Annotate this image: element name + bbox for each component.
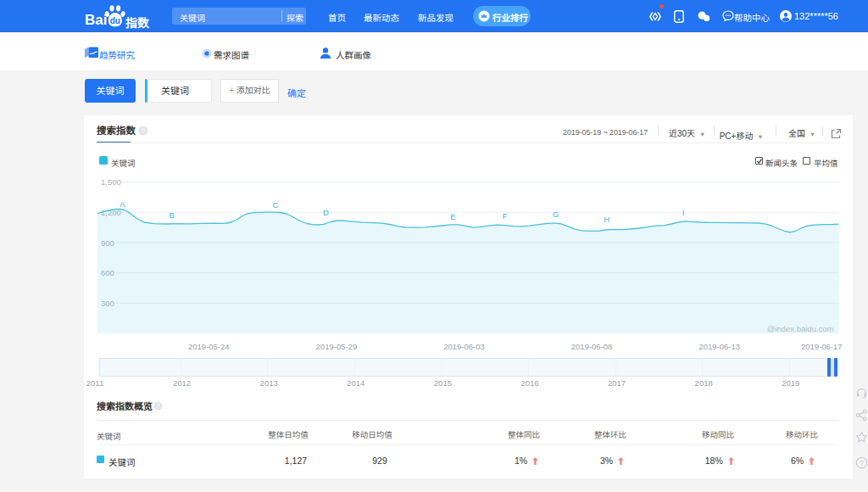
svg-text:E: E bbox=[450, 212, 455, 221]
svg-text:I: I bbox=[682, 208, 685, 217]
svg-text:F: F bbox=[503, 211, 508, 221]
svg-text:du: du bbox=[110, 16, 120, 25]
svg-text:?: ? bbox=[142, 127, 146, 135]
svg-text:G: G bbox=[553, 210, 559, 219]
svg-text:@index.baidu.com: @index.baidu.com bbox=[767, 324, 834, 333]
svg-text:A: A bbox=[120, 199, 125, 209]
svg-text:B: B bbox=[169, 210, 174, 220]
svg-text:H: H bbox=[604, 215, 609, 224]
svg-text:?: ? bbox=[860, 459, 864, 467]
svg-text:1,500: 1,500 bbox=[101, 177, 121, 187]
svg-text:C: C bbox=[273, 200, 279, 210]
svg-text:D: D bbox=[323, 208, 329, 217]
svg-text:?: ? bbox=[156, 402, 159, 410]
